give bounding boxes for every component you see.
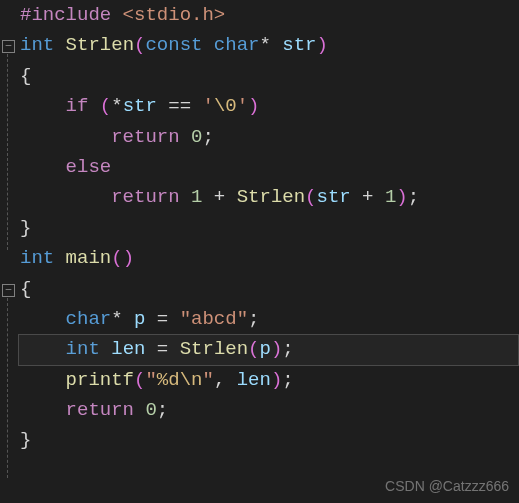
code-line: } (20, 213, 519, 243)
watermark: CSDN @Catzzz666 (385, 475, 509, 497)
code-line: else (20, 152, 519, 182)
code-editor: − − #include <stdio.h> int Strlen(const … (0, 0, 519, 503)
code-line: { (20, 274, 519, 304)
code-line: return 1 + Strlen(str + 1); (20, 182, 519, 212)
fold-gutter: − − (0, 0, 18, 503)
code-line: printf("%d\n", len); (20, 365, 519, 395)
code-line: return 0; (20, 122, 519, 152)
code-line: } (20, 425, 519, 455)
code-line: char* p = "abcd"; (20, 304, 519, 334)
code-line: { (20, 61, 519, 91)
code-line: int Strlen(const char* str) (20, 30, 519, 60)
code-line: if (*str == '\0') (20, 91, 519, 121)
code-area[interactable]: #include <stdio.h> int Strlen(const char… (18, 0, 519, 503)
fold-box[interactable]: − (2, 284, 15, 297)
code-line: return 0; (20, 395, 519, 425)
code-line: int main() (20, 243, 519, 273)
code-line: #include <stdio.h> (20, 0, 519, 30)
fold-box[interactable]: − (2, 40, 15, 53)
code-line: int len = Strlen(p); (20, 334, 519, 364)
